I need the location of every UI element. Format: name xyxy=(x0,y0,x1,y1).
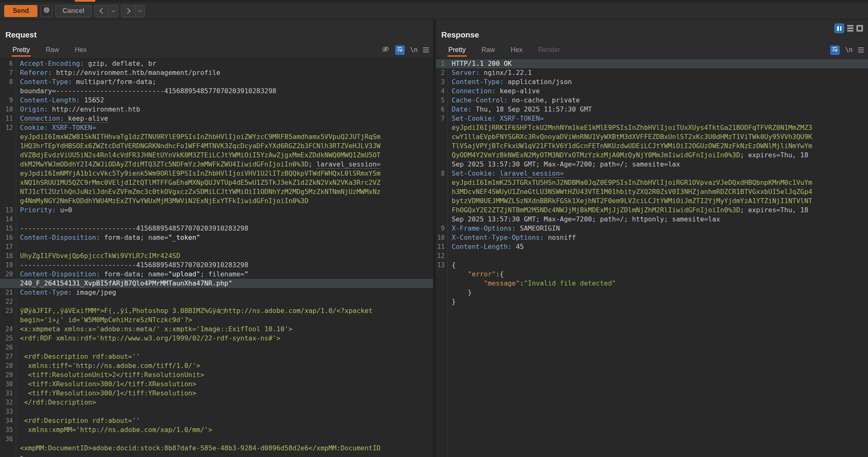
message-editor-split: Request Pretty Raw Hex xyxy=(0,20,868,457)
show-newlines-toggle[interactable]: \n xyxy=(410,46,418,54)
request-tab-raw[interactable]: Raw xyxy=(46,46,59,54)
line-number: 19 xyxy=(0,261,16,270)
burp-repeater-screen: { "toolbar": { "send_label": "Send", "ca… xyxy=(0,0,868,457)
line-number xyxy=(0,187,16,196)
code-line: 25<rdf:RDF xmlns:rdf='http://www.w3.org/… xyxy=(0,334,433,343)
code-text: Accept-Encoding: gzip, deflate, br xyxy=(20,59,433,68)
line-number: 23 xyxy=(0,306,16,315)
response-pane-title: Response xyxy=(441,30,479,40)
code-line: 19-----------------------------415688954… xyxy=(0,261,433,270)
code-line: 8Set-Cookie: laravel_session= xyxy=(436,169,868,178)
code-text: <rdf:RDF xmlns:rdf='http://www.w3.org/19… xyxy=(20,334,433,343)
code-line: 10X-Content-Type-Options: nosniff xyxy=(436,233,868,242)
code-line: 9Content-Length: 15652 xyxy=(0,96,433,105)
line-number: 35 xyxy=(0,425,16,435)
word-wrap-toggle[interactable] xyxy=(830,45,840,55)
line-number xyxy=(436,132,448,142)
line-number: 25 xyxy=(0,334,16,343)
line-number xyxy=(436,279,448,288)
response-tab-raw[interactable]: Raw xyxy=(482,46,495,54)
newline-icon: \n xyxy=(845,46,853,54)
code-text: xNQ1hSRUU1MU5QZC9rMmc0VEljd1ZtQTlMTFFGaE… xyxy=(20,178,433,187)
code-text: <rdf:Description rdf:about='' xyxy=(20,352,433,361)
code-text: xmlns:xmpMM='http://ns.adobe.com/xap/1.0… xyxy=(20,425,433,435)
code-line: NTJ1cTl2UzlhQnJuNzlJdnEvZVFmZmc3c0tkOVgx… xyxy=(0,187,433,196)
line-number xyxy=(436,142,448,151)
line-number xyxy=(436,288,448,297)
gear-icon xyxy=(43,6,50,15)
code-text: Referer: http://environment.htb/manageme… xyxy=(20,68,433,77)
layout-rows-button[interactable] xyxy=(847,25,853,32)
code-text: </rdf:Description> xyxy=(20,398,433,407)
code-line: } xyxy=(436,297,868,306)
code-text: Content-Type: application/json xyxy=(452,77,868,87)
response-editor[interactable]: 1HTTP/1.1 200 OK2Server: nginx/1.22.13Co… xyxy=(436,59,868,457)
history-back-group xyxy=(94,5,118,17)
code-line: xNQ1hSRUU1MU5QZC9rMmc0VEljd1ZtQTlMTFFGaE… xyxy=(0,178,433,187)
back-button[interactable] xyxy=(95,5,109,17)
show-newlines-toggle[interactable]: \n xyxy=(845,46,853,54)
code-text: ÿØÿàJFIF,,ÿáVExifMM*>F(,,ÿí,Photoshop 3.… xyxy=(20,306,433,315)
code-line: 24<x:xmpmeta xmlns:x='adobe:ns:meta/' x:… xyxy=(0,325,433,334)
code-text: eyJpdiI6Im1mK25JTGRxTU5HSnJ2NDBMa0JqZ0E9… xyxy=(452,178,868,187)
code-line: boundary=---------------------------4156… xyxy=(0,87,433,96)
response-tabs: Pretty Raw Hex Render xyxy=(448,46,560,54)
code-line: eyJpdiI6Im1mK25JTGRxTU5HSnJ2NDBMa0JqZ0E9… xyxy=(436,178,868,187)
code-text: Sep 2025 13:57:30 GMT; Max-Age=7200; pat… xyxy=(452,215,868,224)
response-tab-hex[interactable]: Hex xyxy=(511,46,522,54)
response-tab-pretty[interactable]: Pretty xyxy=(448,46,466,54)
forward-button[interactable] xyxy=(121,5,135,17)
forward-dropdown-button[interactable] xyxy=(135,5,144,17)
code-line: 21Content-Type: image/jpeg xyxy=(0,288,433,297)
code-line: 2Server: nginx/1.22.1 xyxy=(436,68,868,77)
request-menu-button[interactable] xyxy=(423,47,429,52)
code-text xyxy=(20,297,433,306)
word-wrap-toggle[interactable] xyxy=(395,45,405,55)
code-text: Content-Disposition: form-data; name="up… xyxy=(20,270,433,279)
code-line: eyJpdiI6ImNMYjA1b1cvVkc5Ty9ienk5Wm9ORlE9… xyxy=(0,169,433,178)
code-line: 13{ xyxy=(436,261,868,270)
request-tabs: Pretty Raw Hex xyxy=(12,46,87,54)
response-menu-button[interactable] xyxy=(858,47,864,52)
code-line: h3MDcvNEF4SWUyU1ZneGtLU3NSWWtHZU43VTE1M0… xyxy=(436,187,868,196)
code-text: dVZBdjEvdzViUU5iN2s4Rnl4cVdFR3JHNEtUYnVk… xyxy=(20,151,433,160)
code-line: } xyxy=(436,288,868,297)
request-pane: Request Pretty Raw Hex xyxy=(0,20,433,457)
line-number xyxy=(436,123,448,132)
history-forward-group xyxy=(121,5,145,17)
pause-button[interactable] xyxy=(834,23,844,33)
send-button[interactable]: Send xyxy=(4,5,37,17)
code-text: QyODM4Y2VmYzBkNWExN2MyOTM3NDYxOTMzYzkzMj… xyxy=(452,151,868,160)
code-line: 12Cookie: XSRF-TOKEN= xyxy=(0,123,433,132)
line-number: 26 xyxy=(0,343,16,352)
code-text: Cache-Control: no-cache, private xyxy=(452,96,868,105)
back-dropdown-button[interactable] xyxy=(109,5,118,17)
code-text: eyJpdiI6ImxWZW81SkNITHhvaTg1dzZTNU9RYlE9… xyxy=(20,132,433,142)
line-number: 9 xyxy=(436,224,448,233)
line-number: 12 xyxy=(436,251,448,261)
line-number: 5 xyxy=(436,96,448,105)
code-text: <xmpMM:DocumentID>adobe:docid:stock:8b87… xyxy=(20,444,433,453)
line-number: 13 xyxy=(436,261,448,270)
code-line: 33 xyxy=(0,407,433,416)
line-number xyxy=(436,206,448,215)
send-settings-button[interactable] xyxy=(40,5,52,17)
pause-icon xyxy=(837,26,839,31)
hide-nonprintable-button[interactable] xyxy=(381,45,390,55)
code-text: h3MDcvNEF4SWUyU1ZneGtLU3NSWWtHZU43VTE1M0… xyxy=(452,187,868,196)
code-text: Content-Disposition: form-data; name="_t… xyxy=(20,233,433,242)
line-number: 33 xyxy=(0,407,16,416)
rows-layout-icon xyxy=(847,25,853,32)
code-line: TlVSajVPYjBTcFkxUW1qV21FTkV6Y1dGcnFETnNK… xyxy=(436,142,868,151)
line-number: 15 xyxy=(0,224,16,233)
request-tab-hex[interactable]: Hex xyxy=(75,46,87,54)
request-editor[interactable]: 6Accept-Encoding: gzip, deflate, br7Refe… xyxy=(0,59,433,457)
pane-divider[interactable] xyxy=(433,20,436,457)
layout-single-button[interactable] xyxy=(856,25,863,32)
code-text: Connection: keep-alive xyxy=(452,87,868,96)
request-tab-pretty[interactable]: Pretty xyxy=(12,46,30,54)
line-number: 20 xyxy=(0,270,16,279)
cancel-button[interactable]: Cancel xyxy=(55,5,91,17)
code-text: > xyxy=(20,453,433,457)
code-line: 7Referer: http://environment.htb/managem… xyxy=(0,68,433,77)
